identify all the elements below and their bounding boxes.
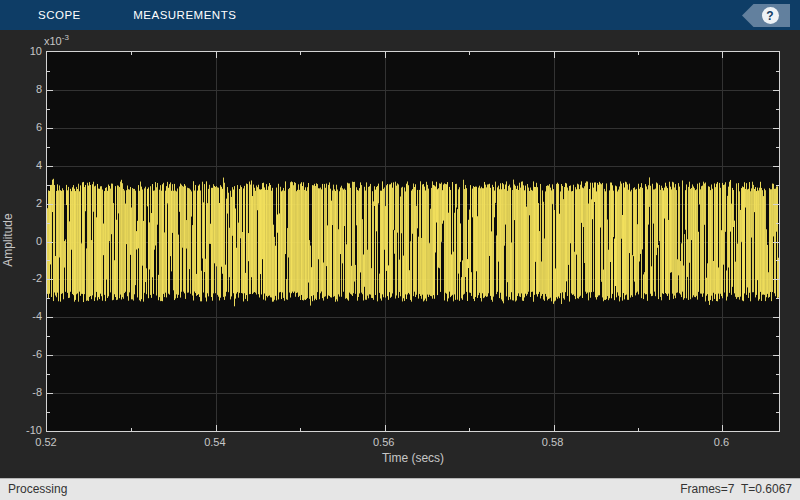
- tick-mark: [385, 425, 386, 431]
- tick-mark: [773, 393, 779, 394]
- x-tick-label: 0.52: [16, 435, 76, 449]
- tick-mark: [47, 147, 50, 148]
- tick-mark: [47, 242, 53, 243]
- tick-mark: [47, 185, 50, 186]
- frames-time-readout: Frames=7 T=0.6067: [680, 479, 792, 500]
- y-axis-exponent-label: x10-3: [44, 33, 69, 47]
- tick-mark: [776, 260, 779, 261]
- tick-mark: [773, 90, 779, 91]
- tick-mark: [773, 204, 779, 205]
- tick-mark: [469, 52, 470, 55]
- tick-mark: [638, 52, 639, 55]
- tick-mark: [47, 166, 53, 167]
- tick-mark: [776, 336, 779, 337]
- tick-mark: [776, 147, 779, 148]
- tick-mark: [773, 128, 779, 129]
- y-tick-label: 6: [10, 120, 42, 134]
- tick-mark: [776, 298, 779, 299]
- tick-mark: [47, 71, 50, 72]
- y-tick-label: -2: [10, 271, 42, 285]
- x-axis-title: Time (secs): [46, 451, 780, 465]
- x-tick-label: 0.58: [523, 435, 583, 449]
- y-tick-label: 2: [10, 196, 42, 210]
- tick-mark: [554, 425, 555, 431]
- tick-mark: [773, 279, 779, 280]
- tick-mark: [47, 90, 53, 91]
- y-tick-label: 8: [10, 82, 42, 96]
- y-tick-label: -8: [10, 385, 42, 399]
- tick-mark: [47, 317, 53, 318]
- help-icon: ?: [762, 7, 779, 24]
- exponent-power: -3: [62, 33, 69, 42]
- tick-mark: [216, 52, 217, 58]
- tick-mark: [722, 52, 723, 58]
- tick-mark: [47, 109, 50, 110]
- tick-mark: [776, 412, 779, 413]
- tick-mark: [216, 425, 217, 431]
- tick-mark: [773, 317, 779, 318]
- tab-measurements[interactable]: MEASUREMENTS: [133, 0, 236, 30]
- tick-mark: [722, 425, 723, 431]
- tick-mark: [773, 355, 779, 356]
- tick-mark: [385, 52, 386, 58]
- tick-mark: [47, 393, 53, 394]
- scope-window: SCOPE MEASUREMENTS ? x10-3 Amplitude 108…: [0, 0, 800, 500]
- tick-mark: [776, 109, 779, 110]
- plot-area: [47, 52, 779, 431]
- tick-mark: [131, 428, 132, 431]
- tick-mark: [47, 412, 50, 413]
- tick-mark: [47, 260, 50, 261]
- tick-mark: [776, 223, 779, 224]
- y-tick-label: 10: [10, 44, 42, 58]
- status-message: Processing: [8, 479, 67, 500]
- x-tick-label: 0.56: [354, 435, 414, 449]
- y-tick-label: -6: [10, 347, 42, 361]
- signal-waveform-canvas[interactable]: [47, 52, 779, 431]
- tick-mark: [47, 223, 50, 224]
- tick-mark: [300, 428, 301, 431]
- toolbar: SCOPE MEASUREMENTS ?: [0, 0, 800, 30]
- status-bar: Processing Frames=7 T=0.6067: [0, 478, 800, 500]
- tab-scope[interactable]: SCOPE: [38, 0, 81, 30]
- tick-mark: [47, 298, 50, 299]
- y-tick-label: 0: [10, 234, 42, 248]
- tick-mark: [773, 242, 779, 243]
- tick-mark: [47, 279, 53, 280]
- plot-axes-box: [46, 51, 780, 432]
- exponent-base: x10: [44, 35, 62, 47]
- tick-mark: [469, 428, 470, 431]
- y-tick-label: 4: [10, 158, 42, 172]
- tick-mark: [773, 166, 779, 167]
- tick-mark: [638, 428, 639, 431]
- tick-mark: [47, 128, 53, 129]
- tick-mark: [776, 374, 779, 375]
- tick-mark: [131, 52, 132, 55]
- tick-mark: [47, 336, 50, 337]
- tick-mark: [47, 355, 53, 356]
- tick-mark: [776, 185, 779, 186]
- tick-mark: [47, 374, 50, 375]
- y-tick-label: -4: [10, 309, 42, 323]
- x-tick-label: 0.6: [691, 435, 751, 449]
- help-button[interactable]: ?: [742, 4, 790, 27]
- x-tick-label: 0.54: [185, 435, 245, 449]
- tick-mark: [300, 52, 301, 55]
- tick-mark: [47, 204, 53, 205]
- plot-region: x10-3 Amplitude 1086420-2-4-6-8-10 0.520…: [0, 30, 800, 478]
- tick-mark: [554, 52, 555, 58]
- tick-mark: [776, 71, 779, 72]
